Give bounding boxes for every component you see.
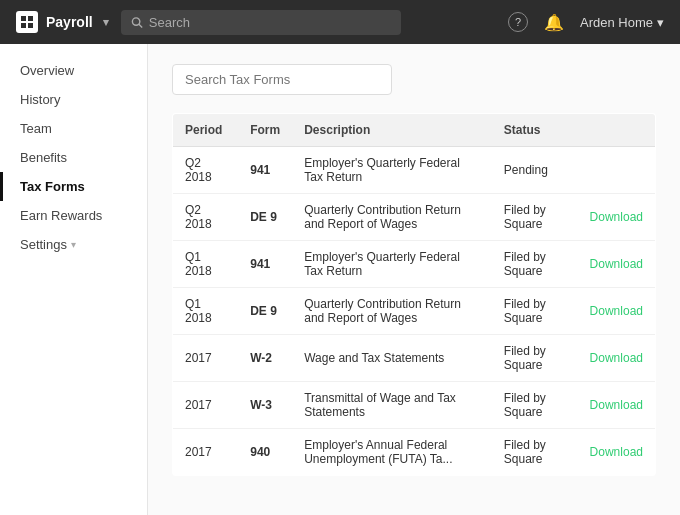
brand-logo[interactable]: Payroll ▾ bbox=[16, 11, 109, 33]
cell-form: DE 9 bbox=[238, 194, 292, 241]
cell-period: 2017 bbox=[173, 429, 239, 476]
sidebar-item-tax-forms[interactable]: Tax Forms bbox=[0, 172, 147, 201]
cell-action[interactable]: Download bbox=[578, 335, 656, 382]
brand-icon bbox=[16, 11, 38, 33]
help-button[interactable]: ? bbox=[508, 12, 528, 32]
cell-period: 2017 bbox=[173, 335, 239, 382]
sidebar-item-team[interactable]: Team bbox=[0, 114, 147, 143]
cell-form: 941 bbox=[238, 147, 292, 194]
sidebar-item-overview[interactable]: Overview bbox=[0, 56, 147, 85]
cell-description: Wage and Tax Statements bbox=[292, 335, 492, 382]
table-row: Q1 2018941Employer's Quarterly Federal T… bbox=[173, 241, 656, 288]
brand-chevron-icon: ▾ bbox=[103, 16, 109, 29]
tax-forms-table: Period Form Description Status Q2 201894… bbox=[172, 113, 656, 476]
col-period: Period bbox=[173, 114, 239, 147]
notification-bell-icon[interactable]: 🔔 bbox=[544, 13, 564, 32]
user-chevron-icon: ▾ bbox=[657, 15, 664, 30]
cell-status: Filed by Square bbox=[492, 194, 578, 241]
sidebar-item-settings[interactable]: Settings ▾ bbox=[0, 230, 147, 259]
cell-form: W-2 bbox=[238, 335, 292, 382]
cell-action[interactable]: Download bbox=[578, 382, 656, 429]
tax-forms-search-input[interactable] bbox=[172, 64, 392, 95]
cell-description: Employer's Annual Federal Unemployment (… bbox=[292, 429, 492, 476]
cell-status: Filed by Square bbox=[492, 241, 578, 288]
svg-rect-0 bbox=[21, 16, 26, 21]
user-label: Arden Home bbox=[580, 15, 653, 30]
col-form: Form bbox=[238, 114, 292, 147]
col-action bbox=[578, 114, 656, 147]
cell-form: 941 bbox=[238, 241, 292, 288]
brand-name: Payroll bbox=[46, 14, 93, 30]
col-description: Description bbox=[292, 114, 492, 147]
download-link[interactable]: Download bbox=[590, 304, 643, 318]
main-content: Period Form Description Status Q2 201894… bbox=[148, 44, 680, 515]
settings-chevron-icon: ▾ bbox=[71, 239, 76, 250]
download-link[interactable]: Download bbox=[590, 398, 643, 412]
top-navigation: Payroll ▾ ? 🔔 Arden Home ▾ bbox=[0, 0, 680, 44]
page-layout: Overview History Team Benefits Tax Forms… bbox=[0, 44, 680, 515]
cell-description: Transmittal of Wage and Tax Statements bbox=[292, 382, 492, 429]
cell-action[interactable]: Download bbox=[578, 241, 656, 288]
cell-status: Pending bbox=[492, 147, 578, 194]
table-row: Q2 2018DE 9Quarterly Contribution Return… bbox=[173, 194, 656, 241]
cell-period: 2017 bbox=[173, 382, 239, 429]
sidebar-item-earn-rewards[interactable]: Earn Rewards bbox=[0, 201, 147, 230]
table-row: 2017940Employer's Annual Federal Unemplo… bbox=[173, 429, 656, 476]
cell-action[interactable]: Download bbox=[578, 288, 656, 335]
cell-form: W-3 bbox=[238, 382, 292, 429]
search-input[interactable] bbox=[149, 15, 391, 30]
download-link[interactable]: Download bbox=[590, 351, 643, 365]
cell-status: Filed by Square bbox=[492, 288, 578, 335]
download-link[interactable]: Download bbox=[590, 445, 643, 459]
sidebar: Overview History Team Benefits Tax Forms… bbox=[0, 44, 148, 515]
cell-status: Filed by Square bbox=[492, 429, 578, 476]
cell-description: Employer's Quarterly Federal Tax Return bbox=[292, 241, 492, 288]
cell-action[interactable]: Download bbox=[578, 429, 656, 476]
cell-status: Filed by Square bbox=[492, 335, 578, 382]
cell-action[interactable]: Download bbox=[578, 194, 656, 241]
topnav-right-actions: ? 🔔 Arden Home ▾ bbox=[508, 12, 664, 32]
col-status: Status bbox=[492, 114, 578, 147]
search-icon bbox=[131, 16, 143, 29]
svg-rect-2 bbox=[21, 23, 26, 28]
cell-description: Quarterly Contribution Return and Report… bbox=[292, 194, 492, 241]
sidebar-item-history[interactable]: History bbox=[0, 85, 147, 114]
table-row: Q2 2018941Employer's Quarterly Federal T… bbox=[173, 147, 656, 194]
svg-point-4 bbox=[132, 17, 139, 24]
svg-rect-1 bbox=[28, 16, 33, 21]
table-row: 2017W-3Transmittal of Wage and Tax State… bbox=[173, 382, 656, 429]
cell-period: Q1 2018 bbox=[173, 288, 239, 335]
cell-form: DE 9 bbox=[238, 288, 292, 335]
cell-form: 940 bbox=[238, 429, 292, 476]
svg-line-5 bbox=[139, 24, 142, 27]
cell-period: Q1 2018 bbox=[173, 241, 239, 288]
sidebar-item-benefits[interactable]: Benefits bbox=[0, 143, 147, 172]
cell-status: Filed by Square bbox=[492, 382, 578, 429]
cell-action bbox=[578, 147, 656, 194]
download-link[interactable]: Download bbox=[590, 257, 643, 271]
table-row: 2017W-2Wage and Tax StatementsFiled by S… bbox=[173, 335, 656, 382]
download-link[interactable]: Download bbox=[590, 210, 643, 224]
table-row: Q1 2018DE 9Quarterly Contribution Return… bbox=[173, 288, 656, 335]
cell-description: Quarterly Contribution Return and Report… bbox=[292, 288, 492, 335]
cell-description: Employer's Quarterly Federal Tax Return bbox=[292, 147, 492, 194]
user-menu[interactable]: Arden Home ▾ bbox=[580, 15, 664, 30]
svg-rect-3 bbox=[28, 23, 33, 28]
cell-period: Q2 2018 bbox=[173, 194, 239, 241]
cell-period: Q2 2018 bbox=[173, 147, 239, 194]
global-search[interactable] bbox=[121, 10, 401, 35]
